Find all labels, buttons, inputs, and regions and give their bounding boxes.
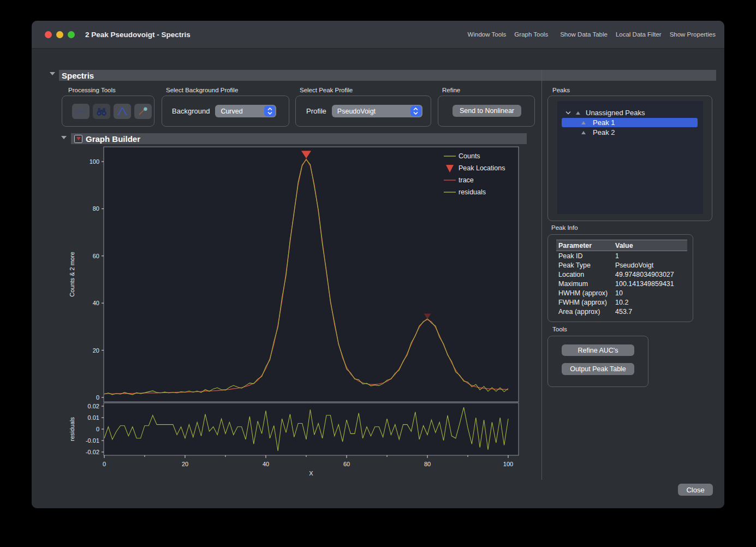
svg-text:residuals: residuals <box>69 417 75 441</box>
profile-dropdown-value: PseudoVoigt <box>337 108 376 115</box>
menu-item-show-data-table[interactable]: Show Data Table <box>560 31 608 38</box>
svg-text:0: 0 <box>96 394 99 401</box>
tree-item-label: Peak 1 <box>593 118 615 127</box>
titlebar: 2 Peak Pseudovoigt - Spectris Window Too… <box>32 21 724 49</box>
spectris-section-title: Spectris <box>62 71 94 80</box>
peaks-label: Peaks <box>552 87 570 93</box>
table-row: Location49.9748034903027 <box>556 270 687 279</box>
tree-item-peak-2[interactable]: Peak 2 <box>562 128 698 137</box>
graph-builder-section-title: Graph Builder <box>86 134 140 144</box>
menu-item-show-properties[interactable]: Show Properties <box>670 31 716 38</box>
processing-tools-label: Processing Tools <box>68 87 116 93</box>
picker-pin-icon <box>137 106 149 116</box>
table-row: FWHM (approx)10.2 <box>556 298 687 307</box>
graph-builder-section-header[interactable]: Graph Builder <box>71 133 527 144</box>
collapse-triangle-graph-builder[interactable] <box>61 136 67 139</box>
profile-field-label: Profile <box>306 107 326 115</box>
stepper-icon <box>264 106 275 116</box>
svg-text:-0.01: -0.01 <box>86 437 99 444</box>
svg-text:trace: trace <box>459 176 474 184</box>
tree-item-label: Unassigned Peaks <box>586 109 645 117</box>
spectris-section-header[interactable]: Spectris <box>59 70 716 81</box>
report-body: Spectris Processing Tools <box>32 49 724 508</box>
table-row: HWHM (approx)10 <box>556 288 687 298</box>
app-window: 2 Peak Pseudovoigt - Spectris Window Too… <box>32 21 724 508</box>
column-header-value: Value <box>615 242 687 249</box>
background-field-label: Background <box>172 107 210 115</box>
processing-tools-panel <box>62 96 154 127</box>
column-header-parameter: Parameter <box>556 242 615 249</box>
peak-marker-icon <box>581 131 586 134</box>
background-profile-label: Select Background Profile <box>166 87 238 93</box>
line-chart-icon <box>75 106 87 116</box>
titlebar-menu: Window Tools Graph Tools Show Data Table… <box>468 31 724 38</box>
svg-text:-0.02: -0.02 <box>86 449 99 455</box>
svg-text:20: 20 <box>93 347 99 354</box>
send-to-nonlinear-button[interactable]: Send to Nonlinear <box>453 105 521 117</box>
menu-item-local-data-filter[interactable]: Local Data Filter <box>616 31 662 38</box>
svg-text:20: 20 <box>182 461 188 467</box>
refine-label: Refine <box>442 87 460 93</box>
background-dropdown[interactable]: Curved <box>215 105 276 117</box>
svg-text:0: 0 <box>103 461 106 467</box>
background-profile-panel: Background Curved <box>162 96 289 127</box>
maximize-window-button[interactable] <box>68 31 75 38</box>
close-window-button[interactable] <box>45 31 52 38</box>
svg-text:100: 100 <box>90 158 99 165</box>
menu-item-graph-tools[interactable]: Graph Tools <box>514 31 548 38</box>
sidebar-divider <box>541 70 542 480</box>
table-header-row: Parameter Value <box>556 240 687 251</box>
peak-info-panel: Parameter Value Peak ID1 Peak TypePseudo… <box>547 234 693 322</box>
graph-canvas[interactable]: 0204060801000.020.010-0.01-0.02020406080… <box>66 145 529 480</box>
svg-text:X: X <box>309 470 313 477</box>
tree-item-label: Peak 2 <box>593 128 615 136</box>
close-button[interactable]: Close <box>678 484 713 496</box>
refine-panel: Send to Nonlinear <box>438 96 535 127</box>
tree-item-unassigned-peaks[interactable]: Unassigned Peaks <box>562 108 698 117</box>
tools-panel: Refine AUC's Output Peak Table <box>547 336 648 387</box>
svg-text:60: 60 <box>343 461 350 467</box>
output-peak-table-button[interactable]: Output Peak Table <box>562 363 634 375</box>
tools-label: Tools <box>552 326 567 332</box>
peak-info-label: Peak Info <box>551 224 578 231</box>
collapse-triangle-spectris[interactable] <box>50 72 55 75</box>
background-dropdown-value: Curved <box>221 108 242 115</box>
svg-text:80: 80 <box>93 205 99 212</box>
svg-text:0.02: 0.02 <box>88 403 99 409</box>
peak-finder-button[interactable] <box>93 104 110 119</box>
table-row: Maximum100.141349859431 <box>556 279 687 288</box>
peak-marker-icon <box>581 121 586 124</box>
table-row: Peak ID1 <box>556 251 687 260</box>
table-row: Area (approx)453.7 <box>556 307 687 316</box>
svg-text:Peak Locations: Peak Locations <box>459 164 505 172</box>
peak-profile-label: Select Peak Profile <box>300 87 353 93</box>
svg-text:60: 60 <box>93 253 99 259</box>
peaks-tree[interactable]: Unassigned Peaks Peak 1 Peak 2 <box>557 101 703 214</box>
window-title: 2 Peak Pseudovoigt - Spectris <box>85 31 191 39</box>
point-picker-button[interactable] <box>134 104 152 119</box>
profile-dropdown[interactable]: PseudoVoigt <box>332 105 422 117</box>
menu-item-window-tools[interactable]: Window Tools <box>468 31 507 38</box>
peak-info-table: Parameter Value Peak ID1 Peak TypePseudo… <box>556 240 687 316</box>
svg-text:40: 40 <box>263 461 269 467</box>
refine-aucs-button[interactable]: Refine AUC's <box>562 344 634 356</box>
tree-item-peak-1[interactable]: Peak 1 <box>562 118 698 127</box>
stepper-icon <box>410 106 421 116</box>
peak-marker-icon <box>576 111 580 115</box>
table-row: Peak TypePseudoVoigt <box>556 260 687 270</box>
peaks-panel: Unassigned Peaks Peak 1 Peak 2 <box>547 96 712 221</box>
chevron-down-icon <box>565 111 571 115</box>
svg-text:80: 80 <box>424 461 431 467</box>
minimize-window-button[interactable] <box>56 31 63 38</box>
bell-curve-icon <box>116 106 128 116</box>
svg-text:residuals: residuals <box>459 188 486 196</box>
svg-text:Counts: Counts <box>459 152 480 160</box>
window-controls <box>32 31 75 38</box>
peak-profile-panel: Profile PseudoVoigt <box>295 96 431 127</box>
svg-text:100: 100 <box>503 461 513 467</box>
binoculars-icon <box>96 106 108 116</box>
lasso-select-button[interactable] <box>72 104 90 119</box>
svg-text:Counts & 2 more: Counts & 2 more <box>69 252 75 297</box>
graph-builder-icon <box>74 135 82 143</box>
peak-shape-button[interactable] <box>114 104 131 119</box>
